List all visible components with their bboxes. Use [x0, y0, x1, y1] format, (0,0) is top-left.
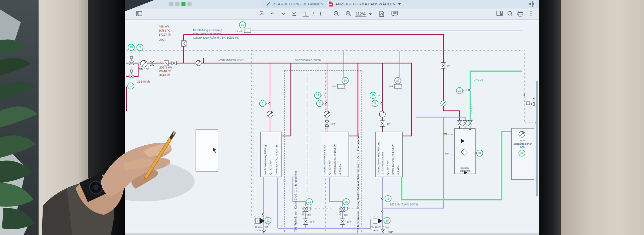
hand-layer	[0, 0, 644, 235]
photo-of-monitor: { "topbar": { "edit_label": "BEARBEITUNG…	[0, 0, 644, 235]
watch-dial	[93, 185, 99, 190]
sleeve-shadow	[42, 190, 72, 235]
